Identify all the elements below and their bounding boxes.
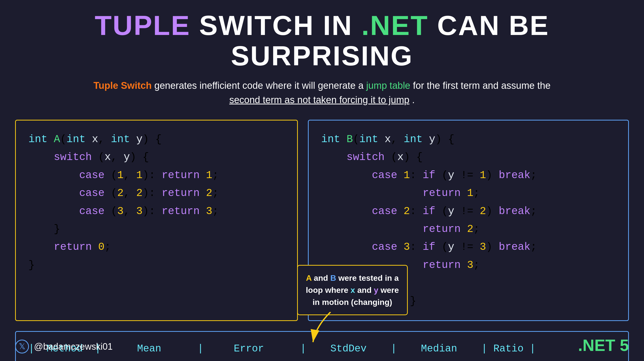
footer: 𝕏 @badamczewski01	[15, 340, 113, 353]
title-net: .NET	[361, 10, 429, 41]
title-tuple: TUPLE	[95, 10, 191, 41]
tooltip-x: x	[351, 286, 355, 295]
table-separator-row: |--------- |-----------: |-----------: |…	[28, 358, 616, 361]
code-left-content: int A(int x, int y) { switch (x, y) { ca…	[28, 131, 285, 274]
footer-handle: @badamczewski01	[34, 341, 113, 352]
twitter-icon: 𝕏	[15, 340, 29, 353]
tooltip-y: y	[374, 286, 378, 295]
subtitle-underline: second term as not taken forcing it to j…	[229, 95, 409, 105]
code-box-left: int A(int x, int y) { switch (x, y) { ca…	[15, 120, 298, 321]
tooltip-box: A and B were tested in a loop where x an…	[297, 265, 408, 315]
page-title: TUPLE SWITCH IN .NET CAN BE SURPRISING	[15, 10, 629, 71]
code-row: int A(int x, int y) { switch (x, y) { ca…	[15, 120, 629, 321]
title-switch: SWITCH	[199, 10, 314, 41]
subtitle-jumptable: jump table	[366, 80, 410, 91]
subtitle: Tuple Switch generates inefficient code …	[15, 78, 629, 107]
main-container: TUPLE SWITCH IN .NET CAN BE SURPRISING T…	[0, 0, 644, 361]
title-in: IN	[323, 10, 361, 41]
subtitle-text2: for the first term and assume the	[413, 80, 551, 91]
tooltip-arrow	[310, 312, 348, 345]
tooltip-b: B	[330, 273, 336, 283]
net-badge: .NET 5	[578, 336, 629, 355]
tooltip-a: A	[306, 273, 311, 283]
subtitle-period: .	[412, 95, 415, 105]
subtitle-highlight: Tuple Switch	[93, 80, 152, 91]
subtitle-text1: generates inefficient code where it will…	[154, 80, 366, 91]
tooltip-text: A and B were tested in a loop where x an…	[305, 272, 399, 308]
